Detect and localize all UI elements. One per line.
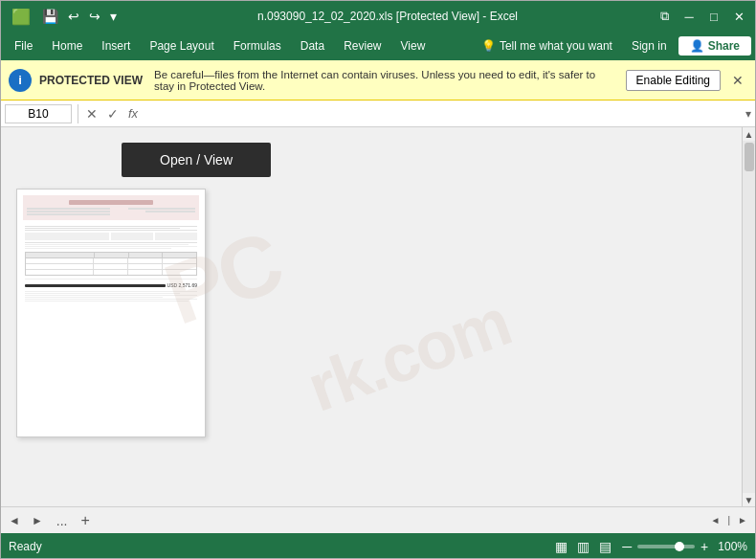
- menu-data[interactable]: Data: [291, 35, 334, 56]
- page-break-view-button[interactable]: ▤: [596, 537, 614, 556]
- menu-formulas[interactable]: Formulas: [224, 35, 291, 56]
- restore-button[interactable]: ⧉: [656, 8, 673, 25]
- window-title: n.093090_12_02_2020.xls [Protected View]…: [120, 10, 656, 23]
- zoom-slider[interactable]: [637, 545, 695, 548]
- scroll-up-button[interactable]: ▲: [743, 127, 756, 141]
- menu-file[interactable]: File: [5, 35, 42, 56]
- menu-review[interactable]: Review: [334, 35, 390, 56]
- menu-home[interactable]: Home: [42, 35, 92, 56]
- protected-label: PROTECTED VIEW: [39, 74, 143, 87]
- menu-view[interactable]: View: [391, 35, 435, 56]
- document-preview: USD 2,571.69: [23, 195, 199, 431]
- zoom-percent: 100%: [718, 540, 747, 553]
- cell-reference-input[interactable]: [5, 104, 72, 123]
- scroll-thumb[interactable]: [745, 143, 754, 171]
- protected-message: Be careful—files from the Internet can c…: [154, 69, 618, 92]
- window-controls: ⧉ ─ □ ✕: [656, 8, 747, 25]
- sheet-nav-prev[interactable]: ◄: [5, 512, 24, 529]
- lightbulb-icon: 💡: [481, 39, 496, 53]
- ready-label: Ready: [9, 540, 42, 553]
- formula-input[interactable]: [144, 105, 742, 123]
- open-view-button[interactable]: Open / View: [122, 143, 271, 177]
- sheet-tab-bar: ◄ ► ... + ◄ | ►: [1, 506, 755, 533]
- zoom-bar: ─ + 100%: [622, 539, 747, 554]
- scroll-track[interactable]: [743, 141, 756, 493]
- sheet-scroll-divider: |: [725, 513, 732, 527]
- dropdown-icon[interactable]: ▾: [107, 7, 120, 26]
- function-icon[interactable]: fx: [126, 104, 140, 123]
- main-area: PC rk.com Open / View: [1, 127, 755, 506]
- vertical-scrollbar[interactable]: ▲ ▼: [742, 127, 755, 506]
- menu-bar: File Home Insert Page Layout Formulas Da…: [1, 32, 755, 60]
- tell-me-text: Tell me what you want: [500, 39, 612, 53]
- sign-in-button[interactable]: Sign in: [624, 35, 675, 56]
- doc-preview-container: Open / View: [1, 127, 742, 453]
- quick-access-toolbar: 💾 ↩ ↪ ▾: [39, 7, 120, 26]
- formula-bar: ✕ ✓ fx ▾: [1, 101, 755, 127]
- zoom-in-button[interactable]: +: [700, 539, 708, 554]
- person-icon: 👤: [690, 39, 704, 53]
- tell-me-area[interactable]: 💡 Tell me what you want: [474, 35, 620, 56]
- share-button[interactable]: 👤 Share: [678, 36, 751, 56]
- menu-page-layout[interactable]: Page Layout: [140, 35, 223, 56]
- normal-view-button[interactable]: ▦: [552, 537, 570, 556]
- cancel-icon[interactable]: ✕: [84, 104, 100, 123]
- enable-editing-button[interactable]: Enable Editing: [626, 70, 721, 91]
- add-sheet-button[interactable]: +: [77, 512, 93, 529]
- close-button[interactable]: ✕: [730, 8, 747, 25]
- sheet-scroll-area: ◄ | ►: [707, 513, 751, 527]
- menu-right-area: 💡 Tell me what you want Sign in 👤 Share: [474, 35, 751, 56]
- formula-divider: [78, 104, 78, 123]
- scroll-down-button[interactable]: ▼: [743, 493, 756, 506]
- undo-icon[interactable]: ↩: [65, 7, 82, 26]
- formula-icons: ✕ ✓ fx: [84, 104, 140, 123]
- sheet-scroll-right[interactable]: ►: [734, 513, 751, 527]
- zoom-thumb[interactable]: [675, 542, 684, 551]
- redo-icon[interactable]: ↪: [86, 7, 103, 26]
- sheet-nav-next[interactable]: ►: [28, 512, 47, 529]
- view-buttons: ▦ ▥ ▤: [552, 537, 614, 556]
- sheet-scroll-left[interactable]: ◄: [707, 513, 724, 527]
- shield-icon: i: [9, 69, 32, 92]
- share-label: Share: [708, 39, 740, 53]
- zoom-out-button[interactable]: ─: [622, 539, 632, 554]
- menu-insert[interactable]: Insert: [92, 35, 140, 56]
- document-thumbnail: USD 2,571.69: [16, 189, 206, 437]
- title-bar-left: 🟩 💾 ↩ ↪ ▾: [9, 6, 120, 28]
- sheet-dots[interactable]: ...: [51, 511, 74, 530]
- maximize-button[interactable]: □: [705, 8, 723, 25]
- minimize-button[interactable]: ─: [680, 8, 698, 25]
- formula-expand-icon[interactable]: ▾: [745, 107, 751, 121]
- protected-view-bar: i PROTECTED VIEW Be careful—files from t…: [1, 60, 755, 101]
- spreadsheet-area[interactable]: PC rk.com Open / View: [1, 127, 742, 506]
- title-bar: 🟩 💾 ↩ ↪ ▾ n.093090_12_02_2020.xls [Prote…: [1, 1, 755, 32]
- confirm-icon[interactable]: ✓: [105, 104, 121, 123]
- page-layout-view-button[interactable]: ▥: [574, 537, 592, 556]
- status-bar: Ready ▦ ▥ ▤ ─ + 100%: [1, 533, 755, 559]
- save-icon[interactable]: 💾: [39, 7, 61, 26]
- excel-icon: 🟩: [9, 6, 33, 28]
- close-protected-bar-button[interactable]: ✕: [728, 71, 747, 90]
